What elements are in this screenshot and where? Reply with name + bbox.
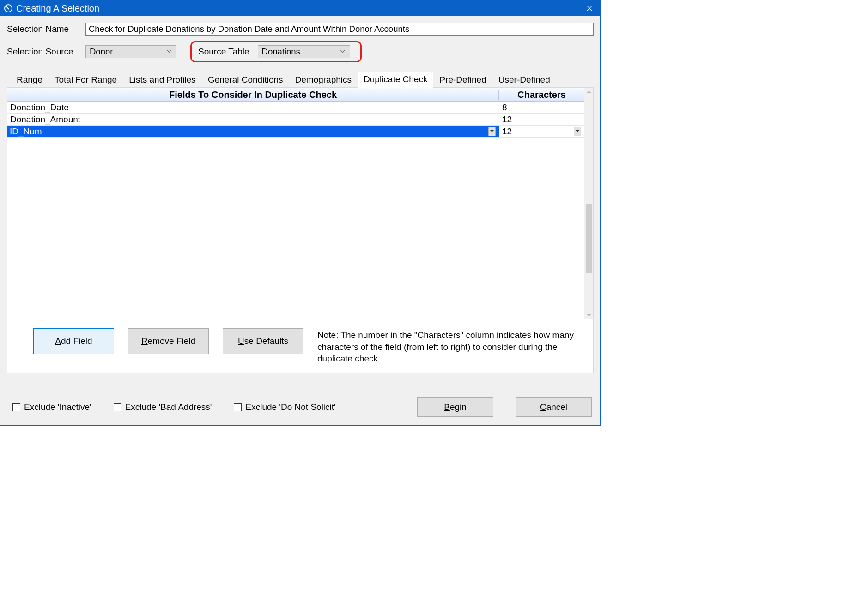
client-area: Selection Name Selection Source Donor So… [0,16,600,425]
col-header-characters[interactable]: Characters [499,90,584,100]
source-table-value: Donations [262,47,300,57]
chars-cell-dropdown[interactable] [574,127,581,136]
selection-source-combo[interactable]: Donor [85,45,176,58]
source-table-label: Source Table [198,47,249,57]
begin-button[interactable]: Begin [417,397,493,417]
fields-grid: Fields To Consider In Duplicate Check Ch… [7,88,585,319]
exclude-bad-address-label: Exclude 'Bad Address' [125,402,212,412]
checkbox-box [114,403,121,411]
footer-row: Exclude 'Inactive' Exclude 'Bad Address'… [7,391,594,417]
table-row[interactable]: Donation_Date 8 [7,102,584,114]
col-header-fields[interactable]: Fields To Consider In Duplicate Check [7,90,499,100]
cell-chars: 12 [502,126,512,137]
cell-field: ID_Num [10,126,42,137]
selection-source-value: Donor [90,47,113,57]
chevron-down-icon [490,130,494,132]
remove-field-button[interactable]: Remove Field [128,328,209,354]
tabstrip: Range Total For Range Lists and Profiles… [7,72,594,87]
app-icon [4,4,12,12]
exclude-do-not-solicit-checkbox[interactable]: Exclude 'Do Not Solicit' [234,402,335,412]
cell-field: Donation_Amount [10,114,80,125]
selection-name-row: Selection Name [7,23,594,36]
characters-note: Note: The number in the "Characters" col… [317,328,588,365]
tab-general-conditions[interactable]: General Conditions [202,72,289,88]
add-field-button[interactable]: Add Field [33,328,114,354]
source-table-combo[interactable]: Donations [258,45,350,58]
selection-source-label: Selection Source [7,47,85,57]
grid-wrap: Fields To Consider In Duplicate Check Ch… [7,88,593,319]
scroll-up-icon[interactable] [585,88,593,96]
exclude-inactive-label: Exclude 'Inactive' [24,402,91,412]
selection-name-label: Selection Name [7,24,85,34]
titlebar: Creating A Selection [0,0,600,16]
cell-chars: 12 [502,114,512,125]
exclude-bad-address-checkbox[interactable]: Exclude 'Bad Address' [114,402,212,412]
cell-field: Donation_Date [10,102,69,113]
dialog-window: Creating A Selection Selection Name Sele… [0,0,601,426]
scroll-down-icon[interactable] [585,311,593,319]
chevron-down-icon [167,50,171,53]
exclude-inactive-checkbox[interactable]: Exclude 'Inactive' [12,402,91,412]
scroll-thumb[interactable] [586,204,592,273]
grid-header: Fields To Consider In Duplicate Check Ch… [7,88,584,102]
field-cell-dropdown[interactable] [488,127,496,136]
duplicate-check-panel: Fields To Consider In Duplicate Check Ch… [7,87,594,373]
window-title: Creating A Selection [16,3,99,14]
chevron-down-icon [576,130,579,132]
source-table-callout: Source Table Donations [190,41,362,62]
tab-range[interactable]: Range [11,72,49,88]
checkbox-box [12,403,20,411]
tab-lists-and-profiles[interactable]: Lists and Profiles [123,72,202,88]
close-button[interactable] [579,0,600,16]
use-defaults-button[interactable]: Use Defaults [223,328,303,354]
chevron-down-icon [340,50,345,53]
tab-pre-defined[interactable]: Pre-Defined [433,72,492,88]
table-row[interactable]: ID_Num 12 [7,126,584,138]
selection-source-row: Selection Source Donor Source Table Dona… [7,41,594,62]
panel-bottom-row: Add Field Remove Field Use Defaults Note… [7,319,593,373]
tab-demographics[interactable]: Demographics [289,72,358,88]
table-row[interactable]: Donation_Amount 12 [7,114,584,126]
cancel-button[interactable]: Cancel [516,397,592,417]
tab-total-for-range[interactable]: Total For Range [49,72,123,88]
checkbox-box [234,403,242,411]
exclude-do-not-solicit-label: Exclude 'Do Not Solicit' [245,402,335,412]
selection-name-input[interactable] [85,23,594,36]
close-icon [586,5,593,12]
tab-duplicate-check[interactable]: Duplicate Check [358,72,433,88]
cell-chars: 8 [502,102,507,113]
tab-user-defined[interactable]: User-Defined [492,72,556,88]
scroll-track[interactable] [585,96,593,311]
grid-scrollbar[interactable] [585,88,593,319]
